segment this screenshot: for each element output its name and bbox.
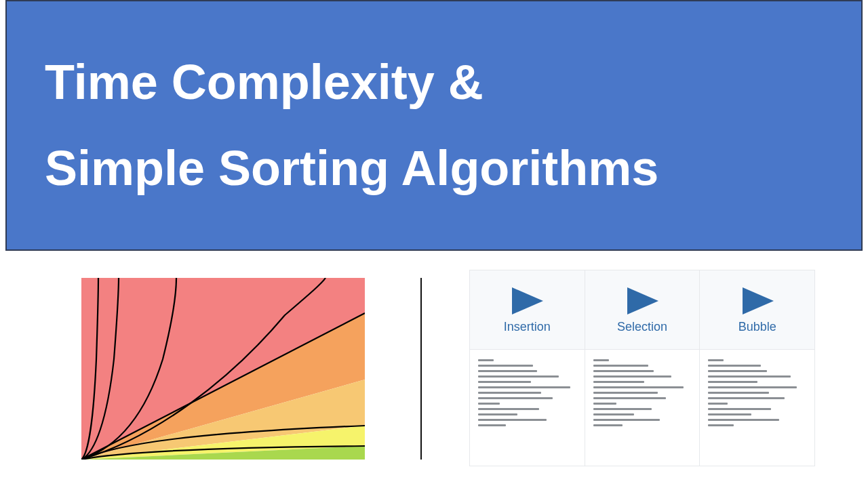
sorting-column-label: Insertion xyxy=(504,320,551,334)
sorting-column-insertion[interactable]: Insertion xyxy=(470,270,585,349)
code-line xyxy=(593,392,658,394)
code-line xyxy=(478,397,553,399)
code-line xyxy=(478,424,506,426)
code-line xyxy=(593,381,644,383)
code-line xyxy=(478,375,559,378)
svg-marker-1 xyxy=(627,287,658,314)
code-line xyxy=(478,403,500,405)
sorting-column-selection[interactable]: Selection xyxy=(585,270,701,349)
svg-marker-2 xyxy=(743,287,774,314)
code-line xyxy=(593,375,672,378)
sorting-body-row xyxy=(470,350,814,466)
code-line xyxy=(708,419,778,421)
code-line xyxy=(708,365,761,367)
sorting-header-row: Insertion Selection Bubble xyxy=(470,270,814,350)
code-line xyxy=(708,392,769,394)
code-line xyxy=(593,370,654,372)
code-line xyxy=(593,386,684,388)
code-line xyxy=(478,413,517,415)
code-line xyxy=(478,381,531,383)
title-line-2: Simple Sorting Algorithms xyxy=(45,142,834,195)
sorting-column-bubble[interactable]: Bubble xyxy=(700,270,814,349)
code-line xyxy=(708,375,791,378)
play-icon xyxy=(508,286,546,316)
code-line xyxy=(478,359,494,361)
play-icon xyxy=(738,286,776,316)
code-line xyxy=(708,397,785,399)
code-line xyxy=(593,397,666,399)
code-line xyxy=(478,386,570,388)
svg-marker-0 xyxy=(512,287,543,314)
code-line xyxy=(478,365,533,367)
code-line xyxy=(593,413,635,415)
code-line xyxy=(593,419,660,421)
code-line xyxy=(708,408,771,410)
code-preview-insertion xyxy=(470,350,585,466)
code-line xyxy=(478,419,547,421)
code-line xyxy=(708,413,751,415)
vertical-divider xyxy=(420,278,422,460)
code-line xyxy=(708,424,734,426)
code-line xyxy=(708,359,724,361)
code-line xyxy=(478,408,539,410)
code-line xyxy=(708,386,796,388)
sorting-panel: Insertion Selection Bubble xyxy=(469,270,815,466)
code-line xyxy=(478,392,541,394)
code-line xyxy=(708,381,757,383)
code-line xyxy=(478,370,537,372)
play-icon xyxy=(623,286,661,316)
code-line xyxy=(593,408,652,410)
code-line xyxy=(593,424,623,426)
title-line-1: Time Complexity & xyxy=(45,56,834,109)
code-preview-bubble xyxy=(700,350,814,466)
code-line xyxy=(593,403,617,405)
title-banner: Time Complexity & Simple Sorting Algorit… xyxy=(5,0,863,251)
code-line xyxy=(708,403,728,405)
sorting-column-label: Selection xyxy=(617,320,667,334)
code-line xyxy=(593,359,609,361)
code-preview-selection xyxy=(585,350,701,466)
sorting-column-label: Bubble xyxy=(738,320,776,334)
code-line xyxy=(593,365,648,367)
lower-stage: Insertion Selection Bubble xyxy=(5,251,863,488)
code-line xyxy=(708,370,767,372)
complexity-chart xyxy=(81,278,365,460)
